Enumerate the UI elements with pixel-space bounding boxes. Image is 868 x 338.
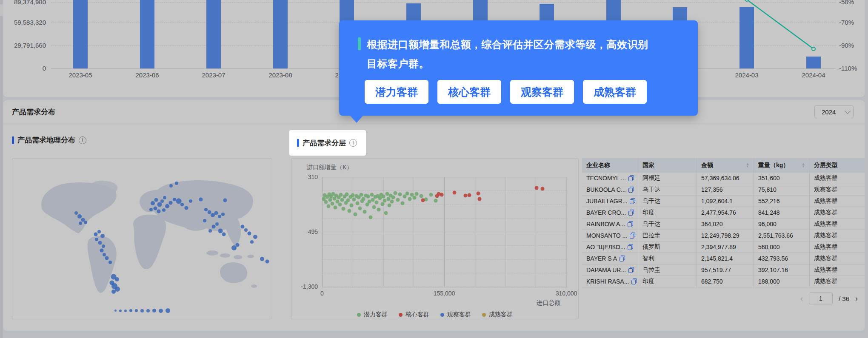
tier-button-potential[interactable]: 潜力客群 (365, 80, 428, 104)
tier-button-watch[interactable]: 观察客群 (510, 80, 574, 104)
tour-text-line1: 根据进口额增量和总额，综合评估并区分需求等级，高效识别 (367, 39, 648, 50)
tier-button-mature[interactable]: 成熟客群 (583, 80, 647, 104)
tour-accent-bar (358, 37, 361, 50)
dashboard-page: 89,374,980-50%59,583,320-70%29,791,660-9… (0, 0, 868, 338)
info-icon[interactable] (349, 139, 357, 147)
tour-text: 根据进口额增量和总额，综合评估并区分需求等级，高效识别 目标客户群。 (358, 35, 681, 73)
tour-buttons: 潜力客群 核心客群 观察客群 成熟客群 (365, 80, 681, 104)
tour-text-line2: 目标客户群。 (367, 58, 429, 69)
tier-panel-title-highlight: 产品需求分层 (289, 130, 366, 156)
tier-button-core[interactable]: 核心客群 (437, 80, 501, 104)
title-accent-bar (297, 139, 299, 147)
tier-panel-title-text: 产品需求分层 (303, 138, 346, 148)
tour-arrow (350, 115, 363, 123)
tour-tooltip: 根据进口额增量和总额，综合评估并区分需求等级，高效识别 目标客户群。 潜力客群 … (339, 20, 698, 116)
